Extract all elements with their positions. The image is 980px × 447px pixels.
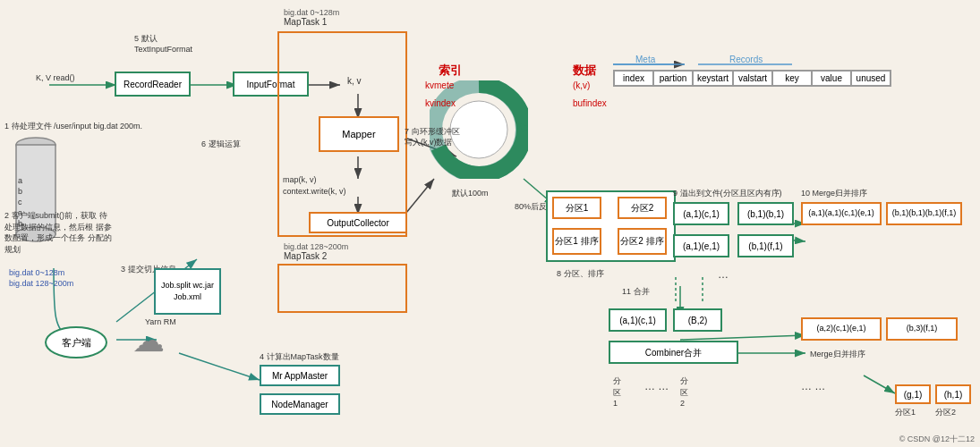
svg-text:b: b bbox=[18, 187, 22, 196]
dotdotdot3: … … bbox=[801, 380, 825, 392]
sort-result3: (a,1)(e,1) bbox=[673, 234, 729, 257]
bigdat-range2-label: big.dat 128~200m bbox=[284, 242, 348, 251]
bufindex-label: bufindex bbox=[573, 98, 607, 108]
final-g1-box: (g,1) bbox=[895, 384, 931, 404]
meta-table: index partion keystart valstart key valu… bbox=[613, 70, 891, 87]
step7-label: 7 向环形缓冲区 写入(k,v)数据 bbox=[405, 127, 460, 148]
nodemanager-box: NodeManager bbox=[260, 393, 340, 415]
outputcollector-box: OutputCollector bbox=[309, 212, 407, 233]
index-label: 索引 bbox=[439, 63, 462, 79]
maptask2-outer-box: MapTask 2 big.dat 128~200m bbox=[277, 264, 407, 313]
maptask2-label: MapTask 2 bbox=[284, 251, 327, 261]
svg-text:Records: Records bbox=[729, 55, 763, 64]
dotdotdot1: … bbox=[718, 268, 729, 281]
col-index: index bbox=[614, 71, 653, 86]
footnote: © CSDN @12十二12 bbox=[899, 434, 975, 445]
col-value: value bbox=[812, 71, 851, 86]
step10-label: 10 Merge归并排序 bbox=[801, 188, 867, 199]
diagram: a b c a b … 1 待处理文件 /user/input big.dat … bbox=[0, 0, 980, 447]
partition2-box: 分区2 bbox=[618, 197, 667, 219]
svg-text:Meta: Meta bbox=[635, 55, 656, 64]
step8-label: 8 分区、排序 bbox=[557, 268, 604, 280]
step11-label: 11 合并 bbox=[622, 286, 650, 298]
kv-data-label: (k,v) bbox=[573, 80, 590, 90]
final-part1-label: 分区1 bbox=[895, 407, 916, 418]
col-unused: unused bbox=[851, 71, 891, 86]
cloud-icon: ☁ bbox=[132, 322, 165, 359]
col-key: key bbox=[772, 71, 812, 86]
sort-result2: (b,1)(b,1) bbox=[737, 202, 794, 225]
mapper-box: Mapper bbox=[319, 116, 399, 152]
combiner-partition2-label: 分区2 bbox=[680, 375, 688, 408]
final-h1-box: (h,1) bbox=[935, 384, 971, 404]
merge-result1: (a,1)(a,1)(c,1)(e,1) bbox=[801, 202, 882, 225]
step6-label: 6 逻辑运算 bbox=[201, 139, 241, 150]
step9-label: 9 溢出到文件(分区且区内有序) bbox=[673, 188, 782, 199]
partition-container: 分区1 分区2 分区1 排序 分区2 排序 bbox=[546, 190, 676, 262]
map-context-label: map(k, v) context.write(k, v) bbox=[283, 174, 346, 197]
combiner-input1: (a,1)(c,1) bbox=[609, 308, 667, 332]
sort-result1: (a,1)(c,1) bbox=[673, 202, 729, 225]
svg-text:c: c bbox=[18, 198, 22, 207]
step4-label: 4 计算出MapTask数量 bbox=[260, 351, 339, 363]
dotdotdot2: … … bbox=[644, 380, 669, 392]
svg-text:a: a bbox=[18, 176, 22, 185]
col-valstart: valstart bbox=[733, 71, 772, 86]
col-partion: partion bbox=[653, 71, 693, 86]
data-label: 数据 bbox=[573, 63, 596, 79]
bigdat-blue1: big.dat 0~128m bbox=[9, 268, 64, 277]
step2-label: 2 客户端submit()前，获取 待处理数据的信息，然后根 据参数配置，形成一… bbox=[4, 210, 112, 255]
combiner-partition1-label: 分区1 bbox=[613, 375, 621, 408]
final-part2-label: 分区2 bbox=[935, 407, 956, 418]
appmaster-box: Mr AppMaster bbox=[260, 365, 340, 386]
default100m-label: 默认100m bbox=[452, 188, 489, 199]
maptask1-label: MapTask 1 bbox=[284, 17, 327, 27]
step5-label: 5 默认 TextInputFormat bbox=[134, 34, 192, 55]
combiner-result1-box: (a,2)(c,1)(e,1) bbox=[801, 317, 882, 341]
merge-result2: (b,1)(b,1)(b,1)(f,1) bbox=[886, 202, 962, 225]
sort-result4: (b,1)(f,1) bbox=[737, 234, 794, 257]
client-ellipse: 客户端 bbox=[45, 326, 107, 358]
partition2-sort-box: 分区2 排序 bbox=[618, 228, 667, 255]
kvmete-label: kvmete bbox=[425, 80, 454, 90]
jobsplit-box: Job.split wc.jar Job.xml bbox=[154, 268, 221, 315]
bigdat-range1-label: big.dat 0~128m bbox=[284, 8, 339, 17]
combiner-box: Combiner合并 bbox=[609, 341, 738, 364]
partition1-sort-box: 分区1 排序 bbox=[552, 228, 601, 255]
partition1-box: 分区1 bbox=[552, 197, 601, 219]
step1-label: 1 待处理文件 /user/input big.dat 200m. bbox=[4, 121, 142, 132]
kv2-label: k, v bbox=[347, 76, 362, 86]
col-keystart: keystart bbox=[693, 71, 733, 86]
recordreader-box: RecordReader bbox=[115, 72, 191, 97]
bigdat-blue2: big.dat 128~200m bbox=[9, 279, 73, 288]
merge-sort-label: Merge归并排序 bbox=[810, 349, 865, 360]
kvindex-label: kvindex bbox=[425, 98, 456, 108]
combiner-input2: (B,2) bbox=[673, 308, 722, 332]
combiner-result2-box: (b,3)(f,1) bbox=[886, 317, 958, 341]
kv-label: K, V read() bbox=[36, 73, 75, 84]
